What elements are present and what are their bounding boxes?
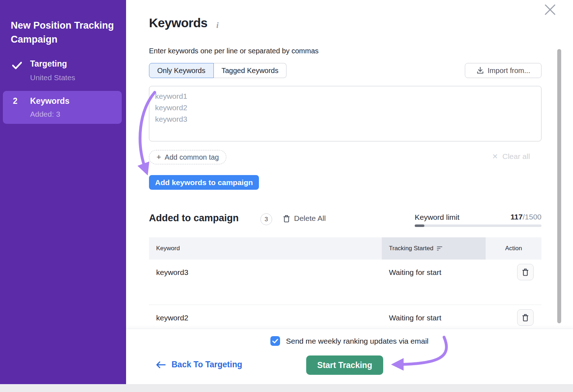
close-icon[interactable] xyxy=(542,2,558,18)
clear-all-label: Clear all xyxy=(502,152,530,161)
add-keywords-to-campaign-button[interactable]: Add keywords to campaign xyxy=(149,175,259,190)
tab-only-keywords[interactable]: Only Keywords xyxy=(149,63,214,78)
added-count-badge: 3 xyxy=(260,213,272,225)
email-updates-label: Send me weekly ranking updates via email xyxy=(286,337,428,345)
keyword-limit-value: 117/1500 xyxy=(470,213,541,221)
delete-all-label: Delete All xyxy=(294,214,326,223)
clear-all-button[interactable]: ✕ Clear all xyxy=(492,152,530,161)
email-updates-checkbox[interactable] xyxy=(270,336,280,346)
keyword-limit-progress-fill xyxy=(415,224,424,227)
step-number: 2 xyxy=(13,96,18,106)
step-sublabel: United States xyxy=(30,73,75,82)
status-cell: Waiting for start xyxy=(382,260,486,277)
action-cell xyxy=(486,260,541,280)
status-cell: Waiting for start xyxy=(382,305,486,322)
keyword-entry-tabs: Only Keywords Tagged Keywords xyxy=(149,63,286,78)
step-sublabel: Added: 3 xyxy=(30,110,60,118)
added-to-campaign-title: Added to campaign xyxy=(149,213,239,224)
start-tracking-button[interactable]: Start Tracking xyxy=(306,355,383,375)
action-cell xyxy=(486,305,541,326)
keyword-limit-progressbar xyxy=(415,224,541,227)
back-to-targeting-link[interactable]: Back To Targeting xyxy=(156,360,242,369)
plus-icon: + xyxy=(157,153,161,162)
column-header-label: Tracking Started xyxy=(389,245,433,252)
delete-all-button[interactable]: Delete All xyxy=(283,214,326,223)
clear-icon: ✕ xyxy=(492,152,498,161)
keyword-limit-label: Keyword limit xyxy=(415,213,459,222)
delete-keyword-button[interactable] xyxy=(517,309,534,326)
step-label: Keywords xyxy=(30,96,69,106)
back-to-targeting-label: Back To Targeting xyxy=(172,360,242,369)
keywords-instruction: Enter keywords one per line or separated… xyxy=(149,47,319,55)
sidebar-item-keywords[interactable]: 2 Keywords Added: 3 xyxy=(3,91,122,124)
column-header-keyword: Keyword xyxy=(149,237,382,260)
position-tracking-dialog: New Position Tracking Campaign Targeting… xyxy=(0,0,573,392)
vertical-scrollbar[interactable] xyxy=(557,49,561,323)
info-icon[interactable]: i xyxy=(216,21,218,30)
import-from-label: Import from... xyxy=(488,67,530,75)
page-title: Keywords xyxy=(149,16,207,30)
dialog-footer: Send me weekly ranking updates via email… xyxy=(126,329,573,384)
download-icon xyxy=(476,67,484,74)
trash-icon xyxy=(522,313,529,322)
email-updates-row: Send me weekly ranking updates via email xyxy=(126,336,573,346)
delete-keyword-button[interactable] xyxy=(517,264,534,280)
trash-icon xyxy=(522,268,529,276)
limit-used: 117 xyxy=(511,213,523,221)
arrow-left-icon xyxy=(156,361,166,369)
column-header-action: Action xyxy=(486,237,541,260)
tab-tagged-keywords[interactable]: Tagged Keywords xyxy=(214,63,287,78)
table-row: keyword3 Waiting for start xyxy=(149,260,541,305)
import-from-button[interactable]: Import from... xyxy=(465,63,541,78)
keywords-input[interactable] xyxy=(149,86,541,141)
keyword-cell: keyword3 xyxy=(149,260,382,277)
sort-descending-icon xyxy=(437,246,443,251)
trash-icon xyxy=(283,214,290,223)
step-label: Targeting xyxy=(30,59,67,69)
table-header-row: Keyword Tracking Started Action xyxy=(149,237,541,260)
wizard-sidebar: New Position Tracking Campaign Targeting… xyxy=(0,0,126,384)
add-common-tag-label: Add common tag xyxy=(165,153,219,161)
modal: New Position Tracking Campaign Targeting… xyxy=(0,0,573,384)
keyword-cell: keyword2 xyxy=(149,305,382,322)
column-header-tracking-started[interactable]: Tracking Started xyxy=(382,237,486,260)
limit-total: /1500 xyxy=(523,213,541,221)
wizard-title: New Position Tracking Campaign xyxy=(11,19,118,47)
add-common-tag-button[interactable]: + Add common tag xyxy=(149,150,226,164)
checkmark-icon xyxy=(12,62,22,71)
